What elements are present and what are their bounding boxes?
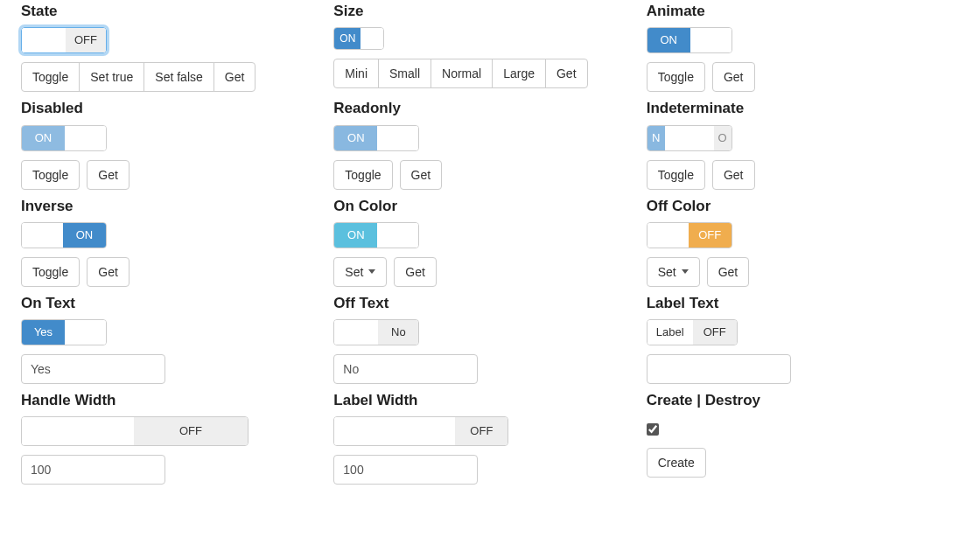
section-disabled: Disabled ON Toggle Get [21,99,309,189]
section-inverse: Inverse ON Toggle Get [21,197,309,287]
create-destroy-checkbox[interactable] [647,423,659,436]
animate-toggle-button[interactable]: Toggle [647,62,705,92]
inverse-title: Inverse [21,197,309,215]
off-color-title: Off Color [647,197,934,215]
off-text-switch-off: No [378,320,418,345]
on-text-switch-on: Yes [22,320,65,345]
indeterminate-switch[interactable]: N O [647,125,732,151]
disabled-switch-blank [65,126,106,150]
label-text-title: Label Text [647,294,934,312]
off-text-title: Off Text [333,294,621,312]
size-mini-button[interactable]: Mini [333,59,379,88]
indeterminate-title: Indeterminate [647,99,934,117]
animate-switch-on: ON [648,28,690,52]
handle-width-switch-blank [22,417,134,445]
readonly-title: Readonly [333,99,621,117]
off-color-set-label: Set [658,266,676,278]
animate-switch[interactable]: ON [647,27,732,53]
on-text-title: On Text [21,294,309,312]
section-label-width: Label Width OFF [333,391,621,485]
label-text-switch-off: OFF [693,320,737,345]
readonly-switch[interactable]: ON [333,125,419,151]
section-on-color: On Color ON Set Get [333,197,621,287]
label-width-input[interactable] [333,455,478,485]
animate-switch-blank [690,28,732,52]
handle-width-title: Handle Width [21,391,309,409]
label-text-input[interactable] [647,354,791,384]
on-color-set-button[interactable]: Set [333,257,387,287]
size-title: Size [333,2,621,20]
disabled-switch[interactable]: ON [21,125,107,151]
animate-get-button[interactable]: Get [712,62,755,92]
create-button[interactable]: Create [647,448,706,478]
indeterminate-get-button[interactable]: Get [712,160,755,190]
off-color-set-button[interactable]: Set [647,257,700,287]
off-text-switch-blank [334,320,378,345]
section-animate: Animate ON Toggle Get [647,2,934,92]
section-indeterminate: Indeterminate N O Toggle Get [647,99,934,189]
inverse-get-button[interactable]: Get [87,257,130,287]
on-color-switch-blank [377,223,418,248]
off-color-switch[interactable]: OFF [647,222,732,248]
label-width-switch[interactable]: OFF [333,416,508,446]
state-toggle-button[interactable]: Toggle [21,62,80,92]
size-large-button[interactable]: Large [492,59,546,88]
on-color-switch-on: ON [334,223,377,248]
off-text-input[interactable] [333,354,478,384]
size-small-button[interactable]: Small [378,59,431,88]
handle-width-switch[interactable]: OFF [21,416,248,446]
section-size: Size ON Mini Small Normal Large Get [333,2,621,88]
on-color-get-button[interactable]: Get [394,257,437,287]
state-switch-off: OFF [66,28,106,52]
inverse-switch-blank [22,223,63,248]
section-handle-width: Handle Width OFF [21,391,309,485]
create-destroy-title: Create | Destroy [647,391,934,409]
on-color-switch[interactable]: ON [333,222,419,248]
state-switch-blank [22,28,66,52]
state-set-false-button[interactable]: Set false [144,62,214,92]
handle-width-input[interactable] [21,455,165,485]
size-normal-button[interactable]: Normal [430,59,493,88]
on-text-switch-blank [65,320,106,345]
on-text-switch[interactable]: Yes [21,319,107,345]
state-title: State [21,2,309,20]
label-text-switch[interactable]: Label OFF [647,319,738,345]
inverse-toggle-button[interactable]: Toggle [21,257,80,287]
state-set-true-button[interactable]: Set true [79,62,144,92]
off-color-switch-blank [648,223,689,248]
disabled-get-button[interactable]: Get [87,160,130,190]
disabled-switch-on: ON [22,126,65,150]
inverse-switch[interactable]: ON [21,222,107,248]
off-text-switch[interactable]: No [333,319,419,345]
section-off-text: Off Text No [333,294,621,384]
indeterminate-toggle-button[interactable]: Toggle [647,160,705,190]
readonly-switch-on: ON [334,126,377,150]
size-switch-blank [360,28,383,49]
section-create-destroy: Create | Destroy Create [647,391,934,478]
handle-width-switch-off: OFF [134,417,248,445]
readonly-toggle-button[interactable]: Toggle [333,160,392,190]
off-color-switch-off: OFF [689,223,732,248]
indeterminate-switch-on: N [648,126,665,150]
label-text-switch-label: Label [648,320,693,345]
section-on-text: On Text Yes [21,294,309,384]
caret-down-icon [368,269,375,274]
readonly-get-button[interactable]: Get [400,160,443,190]
off-color-get-button[interactable]: Get [707,257,750,287]
section-state: State OFF Toggle Set true Set false Get [21,2,309,92]
caret-down-icon [682,269,689,274]
disabled-toggle-button[interactable]: Toggle [21,160,80,190]
state-switch[interactable]: OFF [21,27,107,53]
state-get-button[interactable]: Get [214,62,256,92]
readonly-switch-blank [377,126,418,150]
indeterminate-switch-mid [665,126,714,150]
indeterminate-switch-off: O [714,126,732,150]
size-get-button[interactable]: Get [545,59,588,88]
section-readonly: Readonly ON Toggle Get [333,99,621,189]
size-switch-on: ON [334,28,360,49]
size-switch[interactable]: ON [333,27,384,50]
section-label-text: Label Text Label OFF [647,294,934,384]
label-width-title: Label Width [333,391,621,409]
inverse-switch-on: ON [63,223,106,248]
on-text-input[interactable] [21,354,165,384]
